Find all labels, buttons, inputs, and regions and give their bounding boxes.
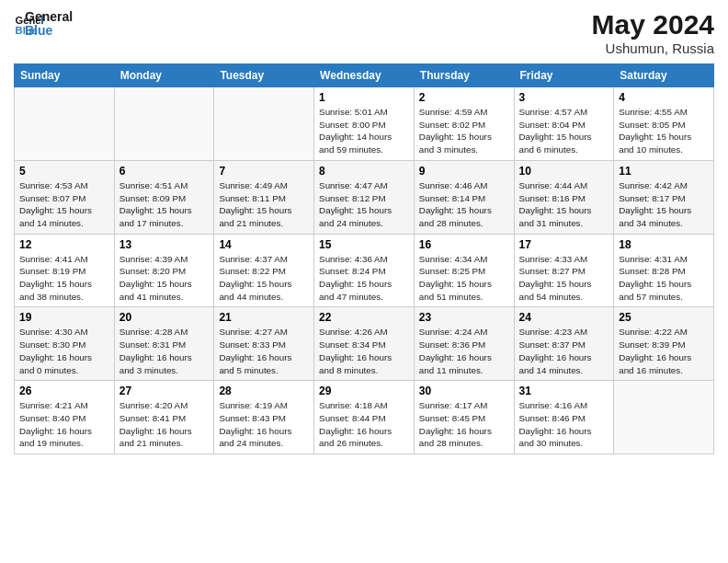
day-cell: 24Sunrise: 4:23 AMSunset: 8:37 PMDayligh…: [514, 307, 614, 381]
day-number: 18: [619, 238, 709, 251]
day-number: 7: [219, 165, 309, 178]
main-title: May 2024: [592, 9, 714, 40]
day-info: Sunrise: 4:18 AMSunset: 8:44 PMDaylight:…: [319, 399, 409, 450]
week-row-1: 1Sunrise: 5:01 AMSunset: 8:00 PMDaylight…: [15, 87, 714, 161]
day-number: 13: [119, 238, 210, 251]
day-number: 9: [419, 165, 509, 178]
day-cell: 14Sunrise: 4:37 AMSunset: 8:22 PMDayligh…: [214, 234, 314, 307]
day-info: Sunrise: 4:22 AMSunset: 8:39 PMDaylight:…: [619, 326, 709, 376]
day-number: 1: [319, 91, 409, 104]
day-cell: 13Sunrise: 4:39 AMSunset: 8:20 PMDayligh…: [114, 234, 214, 307]
day-cell: 29Sunrise: 4:18 AMSunset: 8:44 PMDayligh…: [314, 381, 415, 454]
day-number: 20: [119, 311, 210, 324]
day-number: 27: [119, 385, 210, 397]
day-cell: 16Sunrise: 4:34 AMSunset: 8:25 PMDayligh…: [414, 234, 514, 307]
day-info: Sunrise: 4:37 AMSunset: 8:22 PMDaylight:…: [219, 253, 309, 304]
day-number: 23: [419, 311, 509, 324]
day-number: 12: [19, 238, 109, 251]
day-cell: 22Sunrise: 4:26 AMSunset: 8:34 PMDayligh…: [314, 307, 415, 381]
day-info: Sunrise: 4:17 AMSunset: 8:45 PMDaylight:…: [419, 399, 509, 450]
day-info: Sunrise: 4:24 AMSunset: 8:36 PMDaylight:…: [419, 326, 509, 376]
day-number: 5: [19, 165, 109, 178]
day-cell: 20Sunrise: 4:28 AMSunset: 8:31 PMDayligh…: [114, 307, 214, 381]
day-info: Sunrise: 4:55 AMSunset: 8:05 PMDaylight:…: [619, 106, 709, 156]
logo-general: General: [25, 10, 73, 24]
day-cell: 23Sunrise: 4:24 AMSunset: 8:36 PMDayligh…: [414, 307, 514, 381]
day-number: 10: [519, 165, 609, 178]
title-block: May 2024 Ushumun, Russia: [592, 9, 714, 56]
day-number: 22: [319, 311, 409, 324]
day-number: 25: [619, 311, 709, 324]
header-day-monday: Monday: [114, 64, 214, 87]
day-number: 19: [19, 311, 109, 324]
day-info: Sunrise: 4:21 AMSunset: 8:40 PMDaylight:…: [19, 399, 109, 450]
day-cell: 5Sunrise: 4:53 AMSunset: 8:07 PMDaylight…: [15, 160, 115, 234]
day-cell: 3Sunrise: 4:57 AMSunset: 8:04 PMDaylight…: [514, 87, 614, 161]
sub-title: Ushumun, Russia: [592, 40, 714, 56]
logo-blue: Blue: [25, 24, 73, 38]
day-cell: 31Sunrise: 4:16 AMSunset: 8:46 PMDayligh…: [514, 381, 614, 454]
day-info: Sunrise: 5:01 AMSunset: 8:00 PMDaylight:…: [319, 106, 409, 156]
day-info: Sunrise: 4:30 AMSunset: 8:30 PMDaylight:…: [19, 326, 109, 376]
day-info: Sunrise: 4:28 AMSunset: 8:31 PMDaylight:…: [119, 326, 210, 376]
day-cell: 6Sunrise: 4:51 AMSunset: 8:09 PMDaylight…: [114, 160, 214, 234]
day-number: 30: [419, 385, 509, 397]
day-cell: 28Sunrise: 4:19 AMSunset: 8:43 PMDayligh…: [214, 381, 314, 454]
day-number: 26: [19, 385, 109, 397]
day-info: Sunrise: 4:42 AMSunset: 8:17 PMDaylight:…: [619, 179, 709, 230]
header-day-sunday: Sunday: [15, 64, 115, 87]
day-info: Sunrise: 4:47 AMSunset: 8:12 PMDaylight:…: [319, 179, 409, 230]
day-info: Sunrise: 4:27 AMSunset: 8:33 PMDaylight:…: [219, 326, 309, 376]
day-cell: [614, 381, 714, 454]
day-number: 6: [119, 165, 210, 178]
day-cell: 15Sunrise: 4:36 AMSunset: 8:24 PMDayligh…: [314, 234, 415, 307]
day-number: 11: [619, 165, 709, 178]
day-cell: [15, 87, 115, 161]
day-info: Sunrise: 4:41 AMSunset: 8:19 PMDaylight:…: [19, 253, 109, 304]
day-info: Sunrise: 4:34 AMSunset: 8:25 PMDaylight:…: [419, 253, 509, 304]
day-cell: 26Sunrise: 4:21 AMSunset: 8:40 PMDayligh…: [15, 381, 115, 454]
week-row-2: 5Sunrise: 4:53 AMSunset: 8:07 PMDaylight…: [15, 160, 714, 234]
day-cell: 9Sunrise: 4:46 AMSunset: 8:14 PMDaylight…: [414, 160, 514, 234]
header-day-tuesday: Tuesday: [214, 64, 314, 87]
day-cell: 10Sunrise: 4:44 AMSunset: 8:16 PMDayligh…: [514, 160, 614, 234]
day-cell: [214, 87, 314, 161]
header-day-saturday: Saturday: [614, 64, 714, 87]
day-cell: [114, 87, 214, 161]
day-cell: 7Sunrise: 4:49 AMSunset: 8:11 PMDaylight…: [214, 160, 314, 234]
day-info: Sunrise: 4:53 AMSunset: 8:07 PMDaylight:…: [19, 179, 109, 230]
day-number: 8: [319, 165, 409, 178]
week-row-4: 19Sunrise: 4:30 AMSunset: 8:30 PMDayligh…: [15, 307, 714, 381]
day-cell: 4Sunrise: 4:55 AMSunset: 8:05 PMDaylight…: [614, 87, 714, 161]
day-number: 16: [419, 238, 509, 251]
day-number: 29: [319, 385, 409, 397]
day-cell: 21Sunrise: 4:27 AMSunset: 8:33 PMDayligh…: [214, 307, 314, 381]
calendar-body: 1Sunrise: 5:01 AMSunset: 8:00 PMDaylight…: [15, 87, 714, 454]
header-day-thursday: Thursday: [414, 64, 514, 87]
day-number: 24: [519, 311, 609, 324]
day-info: Sunrise: 4:20 AMSunset: 8:41 PMDaylight:…: [119, 399, 210, 450]
day-cell: 18Sunrise: 4:31 AMSunset: 8:28 PMDayligh…: [614, 234, 714, 307]
calendar-header-row: SundayMondayTuesdayWednesdayThursdayFrid…: [15, 64, 714, 87]
logo: General Blue General Blue: [14, 9, 73, 39]
week-row-5: 26Sunrise: 4:21 AMSunset: 8:40 PMDayligh…: [15, 381, 714, 454]
day-number: 31: [519, 385, 609, 397]
day-cell: 27Sunrise: 4:20 AMSunset: 8:41 PMDayligh…: [114, 381, 214, 454]
day-info: Sunrise: 4:16 AMSunset: 8:46 PMDaylight:…: [519, 399, 609, 450]
day-cell: 30Sunrise: 4:17 AMSunset: 8:45 PMDayligh…: [414, 381, 514, 454]
day-info: Sunrise: 4:39 AMSunset: 8:20 PMDaylight:…: [119, 253, 210, 304]
day-info: Sunrise: 4:44 AMSunset: 8:16 PMDaylight:…: [519, 179, 609, 230]
day-cell: 12Sunrise: 4:41 AMSunset: 8:19 PMDayligh…: [15, 234, 115, 307]
day-number: 4: [619, 91, 709, 104]
day-cell: 8Sunrise: 4:47 AMSunset: 8:12 PMDaylight…: [314, 160, 415, 234]
day-cell: 19Sunrise: 4:30 AMSunset: 8:30 PMDayligh…: [15, 307, 115, 381]
day-number: 28: [219, 385, 309, 397]
day-number: 14: [219, 238, 309, 251]
day-info: Sunrise: 4:57 AMSunset: 8:04 PMDaylight:…: [519, 106, 609, 156]
day-cell: 2Sunrise: 4:59 AMSunset: 8:02 PMDaylight…: [414, 87, 514, 161]
day-info: Sunrise: 4:36 AMSunset: 8:24 PMDaylight:…: [319, 253, 409, 304]
page-header: General Blue General Blue May 2024 Ushum…: [14, 9, 714, 56]
day-info: Sunrise: 4:51 AMSunset: 8:09 PMDaylight:…: [119, 179, 210, 230]
day-info: Sunrise: 4:49 AMSunset: 8:11 PMDaylight:…: [219, 179, 309, 230]
day-cell: 25Sunrise: 4:22 AMSunset: 8:39 PMDayligh…: [614, 307, 714, 381]
